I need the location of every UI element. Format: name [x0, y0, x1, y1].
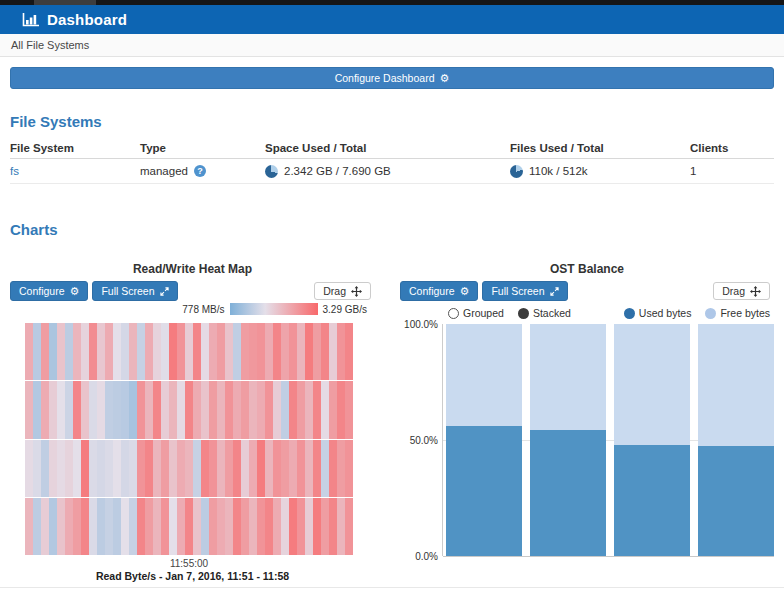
heatmap-cell: [225, 381, 233, 438]
move-icon: [351, 286, 362, 297]
heatmap-cell: [57, 440, 65, 497]
heatmap-fullscreen-button[interactable]: Full Screen: [92, 281, 177, 301]
heatmap-cell: [313, 381, 321, 438]
ost-bar: [446, 324, 522, 556]
ost-fullscreen-button[interactable]: Full Screen: [482, 281, 567, 301]
used-bytes-dot-icon: [624, 308, 635, 319]
heatmap-cell: [241, 440, 249, 497]
fs-link[interactable]: fs: [10, 165, 19, 177]
heatmap-cell: [305, 381, 313, 438]
heatmap-cell: [89, 440, 97, 497]
heatmap-cell: [241, 381, 249, 438]
clients-count: 1: [690, 165, 774, 177]
heatmap-cell: [137, 498, 145, 555]
heatmap-cell: [329, 440, 337, 497]
files-pie-icon: [510, 165, 523, 178]
ost-balance-panel: OST Balance Configure ⚙ Full Screen Drag: [400, 250, 774, 584]
heatmap-cell: [305, 498, 313, 555]
heatmap-cell: [145, 498, 153, 555]
heatmap-cell: [169, 440, 177, 497]
col-clients: Clients: [690, 142, 774, 154]
legend-used-bytes[interactable]: Used bytes: [624, 307, 692, 319]
heatmap-cell: [73, 498, 81, 555]
heatmap-cell: [121, 381, 129, 438]
heatmap-cell: [57, 498, 65, 555]
heatmap-cell: [33, 381, 41, 438]
heatmap-cell: [185, 323, 193, 380]
heatmap-drag-handle[interactable]: Drag: [314, 282, 371, 300]
dashboard-page: Dashboard All File Systems Configure Das…: [0, 0, 784, 590]
used-bytes-segment: [530, 430, 606, 556]
move-icon: [750, 286, 761, 297]
heatmap-cell: [217, 498, 225, 555]
drag-label: Drag: [722, 285, 745, 297]
heatmap-cell: [249, 440, 257, 497]
heatmap-cell: [265, 498, 273, 555]
heatmap-cell: [217, 440, 225, 497]
gear-icon: ⚙: [439, 73, 449, 84]
heatmap-cell: [57, 323, 65, 380]
heatmap-cell: [209, 498, 217, 555]
heatmap-cell: [273, 381, 281, 438]
ost-plot-area: [442, 324, 774, 556]
heatmap-cell: [41, 498, 49, 555]
heatmap-cell: [329, 498, 337, 555]
heatmap-cell: [129, 323, 137, 380]
heatmap-cell: [137, 381, 145, 438]
mode-option-stacked[interactable]: Stacked: [518, 307, 571, 319]
used-bytes-segment: [446, 426, 522, 556]
heatmap-cell: [217, 323, 225, 380]
ost-drag-handle[interactable]: Drag: [713, 282, 770, 300]
heatmap-cell: [121, 440, 129, 497]
heatmap-row: [25, 381, 353, 438]
fullscreen-label: Full Screen: [101, 285, 154, 297]
heatmap-cell: [297, 498, 305, 555]
heatmap-cell: [153, 381, 161, 438]
heatmap-cell: [305, 323, 313, 380]
heatmap-configure-button[interactable]: Configure ⚙: [10, 281, 88, 301]
fullscreen-label: Full Screen: [491, 285, 544, 297]
heatmap-cell: [273, 440, 281, 497]
heatmap-cell: [97, 323, 105, 380]
heatmap-cell: [49, 323, 57, 380]
heatmap-cell: [337, 440, 345, 497]
free-bytes-label: Free bytes: [720, 307, 770, 319]
space-pie-icon: [265, 165, 278, 178]
configure-dashboard-button[interactable]: Configure Dashboard ⚙: [10, 67, 774, 89]
help-icon[interactable]: ?: [194, 165, 206, 177]
legend-min-label: 778 MB/s: [182, 304, 224, 315]
file-systems-table: File System Type Space Used / Total File…: [10, 138, 774, 184]
free-bytes-dot-icon: [705, 308, 716, 319]
mode-option-grouped[interactable]: Grouped: [448, 307, 504, 319]
heatmap-row: [25, 323, 353, 380]
heatmap-cell: [233, 323, 241, 380]
file-systems-heading: File Systems: [10, 113, 102, 130]
heatmap-cell: [97, 381, 105, 438]
heatmap-cell: [73, 381, 81, 438]
heatmap-cell: [185, 381, 193, 438]
heatmap-cell: [65, 381, 73, 438]
heatmap-cell: [289, 381, 297, 438]
fs-type: managed: [140, 165, 188, 177]
heatmap-cell: [137, 440, 145, 497]
heatmap-row: [25, 440, 353, 497]
radio-selected-icon: [518, 308, 529, 319]
heatmap-cell: [201, 498, 209, 555]
stacked-bars[interactable]: [446, 324, 774, 556]
heatmap-cell: [89, 498, 97, 555]
heatmap-cell: [345, 381, 353, 438]
heatmap-cell: [209, 323, 217, 380]
ytick-0: 0.0%: [415, 551, 438, 562]
heatmap-cell: [273, 323, 281, 380]
heatmap-cell: [257, 440, 265, 497]
heatmap-cell: [345, 440, 353, 497]
ost-configure-button[interactable]: Configure ⚙: [400, 281, 478, 301]
legend-free-bytes[interactable]: Free bytes: [705, 307, 770, 319]
heatmap-cell: [185, 440, 193, 497]
heatmap-grid[interactable]: [25, 323, 353, 555]
heatmap-cell: [49, 498, 57, 555]
heatmap-cell: [249, 381, 257, 438]
heatmap-caption: Read Byte/s - Jan 7, 2016, 11:51 - 11:58: [10, 570, 375, 582]
heatmap-cell: [249, 498, 257, 555]
free-bytes-segment: [614, 324, 690, 445]
